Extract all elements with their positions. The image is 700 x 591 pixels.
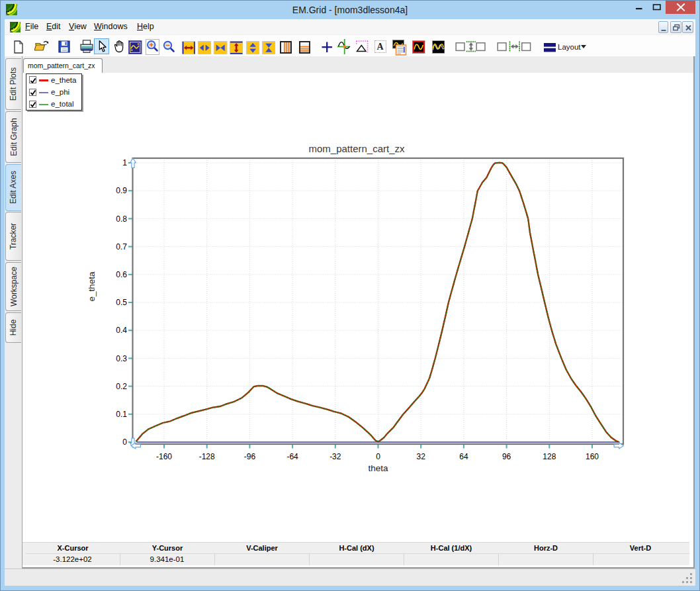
svg-text:96: 96 <box>502 452 511 461</box>
svg-text:0: 0 <box>376 452 380 461</box>
svg-text:theta: theta <box>368 463 388 473</box>
svg-text:0.2: 0.2 <box>116 382 127 391</box>
svg-text:0.6: 0.6 <box>116 270 127 279</box>
svg-text:0.9: 0.9 <box>116 186 127 195</box>
svg-text:128: 128 <box>543 452 556 461</box>
svg-text:-96: -96 <box>244 452 256 461</box>
svg-text:-160: -160 <box>156 452 172 461</box>
svg-text:mom_pattern_cart_zx: mom_pattern_cart_zx <box>308 143 405 154</box>
svg-text:0: 0 <box>122 437 127 447</box>
svg-text:0.4: 0.4 <box>116 326 127 335</box>
svg-text:0.1: 0.1 <box>116 410 127 419</box>
svg-text:0.7: 0.7 <box>116 242 127 251</box>
svg-text:e_theta: e_theta <box>87 271 97 302</box>
svg-text:0.3: 0.3 <box>116 354 127 363</box>
svg-text:0.5: 0.5 <box>116 298 127 307</box>
svg-text:160: 160 <box>586 452 599 461</box>
svg-text:64: 64 <box>459 452 468 461</box>
svg-text:0.8: 0.8 <box>116 214 127 224</box>
svg-text:-64: -64 <box>286 452 298 461</box>
svg-text:-128: -128 <box>199 452 215 461</box>
svg-text:32: 32 <box>417 452 426 461</box>
svg-text:-32: -32 <box>329 452 341 461</box>
svg-text:1: 1 <box>122 158 127 167</box>
